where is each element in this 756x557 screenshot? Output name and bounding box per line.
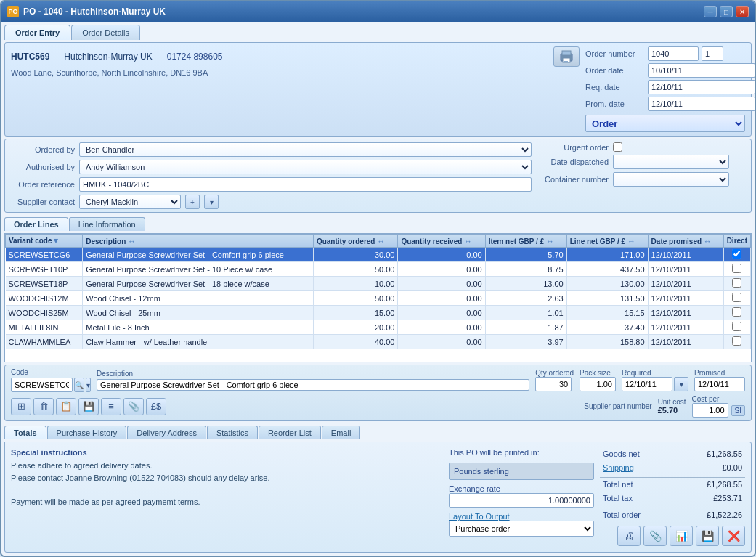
action-btn-attach[interactable]: 📎	[123, 398, 144, 415]
detail-code-search-icon[interactable]: 🔍	[74, 378, 84, 392]
table-row[interactable]: SCREWSET18PGeneral Purpose Screwdriver S…	[6, 277, 751, 291]
table-cell: 130.00	[566, 277, 648, 291]
supplier-contact-add-icon[interactable]: +	[185, 195, 200, 209]
close-button[interactable]: ✕	[736, 6, 749, 17]
required-date-down-icon[interactable]: ▾	[674, 377, 688, 391]
order-number-input[interactable]	[648, 46, 699, 61]
sub-tab-order-lines[interactable]: Order Lines	[4, 217, 68, 231]
total-net-value: £1,268.55	[707, 480, 742, 489]
detail-code-input[interactable]	[11, 378, 73, 392]
shipping-label[interactable]: Shipping	[603, 463, 634, 472]
detail-desc-input[interactable]	[97, 379, 529, 391]
table-cell: SCREWSET18P	[6, 277, 83, 291]
container-number-select[interactable]	[613, 172, 729, 187]
direct-cell[interactable]	[723, 335, 750, 349]
col-line-net[interactable]: Line net GBP / £ ↔	[566, 235, 648, 248]
cost-per-label: Cost per	[692, 395, 745, 403]
direct-cell[interactable]	[723, 248, 750, 262]
table-row[interactable]: WOODCHIS25MWood Chisel - 25mm15.000.001.…	[6, 306, 751, 320]
order-reference-input[interactable]	[79, 177, 532, 192]
bottom-btn-attach[interactable]: 📎	[643, 526, 667, 546]
direct-cell[interactable]	[723, 306, 750, 320]
bottom-btn-close[interactable]: ❌	[722, 526, 745, 546]
action-btn-delete[interactable]: 🗑	[33, 398, 54, 415]
company-phone: 01724 898605	[167, 52, 223, 62]
print-button[interactable]	[553, 46, 580, 67]
layout-to-output-select[interactable]: Purchase order	[449, 521, 594, 537]
order-type-select[interactable]: Order	[585, 115, 745, 132]
table-cell: 0.00	[398, 335, 485, 349]
action-btn-first[interactable]: ⊞	[11, 398, 31, 415]
bottom-tab-delivery-address[interactable]: Delivery Address	[127, 426, 206, 439]
table-row[interactable]: SCREWSET10PGeneral Purpose Screwdriver S…	[6, 262, 751, 277]
bottom-tab-reorder-list[interactable]: Reorder List	[259, 426, 321, 439]
direct-checkbox[interactable]	[732, 293, 741, 302]
exchange-rate-input[interactable]	[449, 493, 594, 508]
detail-code-down-icon[interactable]: ▾	[86, 378, 91, 392]
col-qty-received[interactable]: Quantity received ↔	[398, 235, 485, 248]
maximize-button[interactable]: □	[720, 6, 733, 17]
action-btn-copy[interactable]: 📋	[56, 398, 76, 415]
direct-checkbox[interactable]	[732, 249, 741, 259]
ordered-by-select[interactable]: Ben Chandler	[79, 142, 532, 157]
bottom-tab-bar: Totals Purchase History Delivery Address…	[4, 426, 752, 439]
order-number-suffix-input[interactable]	[702, 46, 723, 61]
instructions-text: Please adhere to agreed delivery dates.P…	[11, 460, 443, 508]
action-btn-save[interactable]: 💾	[78, 398, 99, 415]
direct-cell[interactable]	[723, 262, 750, 277]
bottom-btn-print[interactable]: 🖨	[617, 526, 641, 546]
col-item-net[interactable]: Item net GBP / £ ↔	[485, 235, 566, 248]
tab-order-details[interactable]: Order Details	[71, 25, 140, 40]
direct-cell[interactable]	[723, 277, 750, 291]
printer-icon	[559, 50, 574, 63]
minimize-button[interactable]: ─	[704, 6, 717, 17]
direct-checkbox[interactable]	[732, 264, 741, 273]
order-date-input[interactable]	[648, 63, 755, 78]
sub-tab-line-information[interactable]: Line Information	[69, 217, 145, 231]
table-row[interactable]: CLAWHAMMLEAClaw Hammer - w/ Leather hand…	[6, 335, 751, 349]
col-qty-ordered[interactable]: Quantity ordered ↔	[313, 235, 398, 248]
total-order-label: Total order	[603, 511, 641, 519]
supplier-contact-edit-icon[interactable]: ▾	[204, 195, 219, 209]
total-tax-label: Total tax	[603, 494, 633, 503]
qty-ordered-input[interactable]	[535, 377, 572, 391]
pack-size-input[interactable]	[580, 377, 616, 391]
col-date-promised[interactable]: Date promised ↔	[648, 235, 723, 248]
layout-to-output-label[interactable]: Layout To Output	[449, 512, 594, 521]
promised-date-input[interactable]	[694, 377, 745, 391]
prom-date-input[interactable]	[648, 97, 755, 111]
bottom-tab-email[interactable]: Email	[322, 426, 361, 439]
bottom-tab-purchase-history[interactable]: Purchase History	[47, 426, 127, 439]
direct-checkbox[interactable]	[732, 322, 741, 331]
direct-cell[interactable]	[723, 291, 750, 306]
direct-cell[interactable]	[723, 320, 750, 335]
action-btn-filter[interactable]: ≡	[101, 398, 121, 415]
bottom-btn-chart[interactable]: 📊	[670, 526, 693, 546]
order-number-label: Order number	[585, 49, 643, 58]
table-row[interactable]: SCREWSETCG6General Purpose Screwdriver S…	[6, 248, 751, 262]
instructions-area: Special instructions Please adhere to ag…	[11, 448, 443, 546]
total-net-label: Total net	[603, 480, 633, 489]
col-variant-code[interactable]: Variant code ▾	[6, 235, 83, 248]
direct-checkbox[interactable]	[732, 336, 741, 346]
bottom-tab-statistics[interactable]: Statistics	[207, 426, 258, 439]
tab-order-entry[interactable]: Order Entry	[4, 25, 70, 40]
action-btn-currency[interactable]: £$	[146, 398, 166, 415]
cost-per-input[interactable]	[692, 403, 728, 418]
required-date-input[interactable]	[622, 377, 672, 391]
urgent-order-checkbox[interactable]	[613, 142, 622, 152]
bottom-btn-save[interactable]: 💾	[696, 526, 719, 546]
table-cell: CLAWHAMMLEA	[6, 335, 83, 349]
table-cell: 12/10/2011	[648, 306, 723, 320]
table-row[interactable]: WOODCHIS12MWood Chisel - 12mm50.000.002.…	[6, 291, 751, 306]
direct-checkbox[interactable]	[732, 307, 741, 317]
supplier-contact-select[interactable]: Cheryl Macklin	[79, 195, 181, 209]
bottom-tab-totals[interactable]: Totals	[4, 426, 46, 439]
req-date-input[interactable]	[648, 80, 755, 94]
date-dispatched-select[interactable]	[613, 155, 729, 169]
direct-checkbox[interactable]	[732, 278, 741, 288]
supplier-part-label: Supplier part number	[584, 402, 651, 410]
table-row[interactable]: METALFIL8INMetal File - 8 Inch20.000.001…	[6, 320, 751, 335]
col-description[interactable]: Description ↔	[83, 235, 314, 248]
authorised-by-select[interactable]: Andy Williamson	[79, 160, 532, 174]
